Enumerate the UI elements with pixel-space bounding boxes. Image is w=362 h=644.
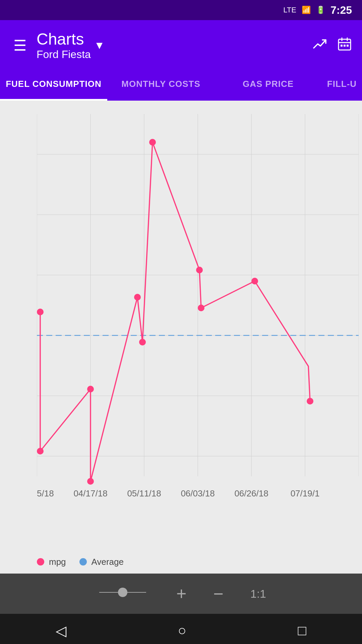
tab-gas-price-label: GAS PRICE <box>243 79 294 89</box>
svg-text:06/03/18: 06/03/18 <box>181 488 215 498</box>
calendar-button[interactable] <box>337 37 352 54</box>
chart-container: 33.00 30.00 27.00 24.00 21.00 18.00 03/2… <box>0 101 362 550</box>
minus-icon: − <box>213 584 223 603</box>
legend-mpg-label: mpg <box>49 557 66 567</box>
tab-fuel-consumption[interactable]: FUEL CONSUMPTION <box>0 70 107 101</box>
tab-monthly-costs[interactable]: MONTHLY COSTS <box>107 70 215 101</box>
chevron-down-icon: ▼ <box>94 39 105 51</box>
back-icon: ◁ <box>56 623 66 639</box>
app-title: Charts <box>37 30 91 48</box>
title-text-block: Charts Ford Fiesta <box>37 30 91 61</box>
legend-dot-average <box>79 558 87 566</box>
svg-text:04/17/18: 04/17/18 <box>73 488 107 498</box>
svg-rect-6 <box>347 45 349 47</box>
hamburger-icon: ☰ <box>13 37 26 54</box>
legend-average: Average <box>79 557 124 567</box>
svg-point-36 <box>251 278 258 284</box>
svg-rect-5 <box>344 45 346 47</box>
calendar-icon <box>337 39 352 54</box>
svg-text:05/11/18: 05/11/18 <box>127 488 161 498</box>
bottom-toolbar: + − 1:1 <box>0 574 362 614</box>
svg-point-30 <box>87 478 94 485</box>
signal-icon: 📶 <box>302 6 311 14</box>
svg-text:06/26/18: 06/26/18 <box>234 488 268 498</box>
dropdown-button[interactable]: ▼ <box>94 39 105 52</box>
svg-point-32 <box>139 339 146 345</box>
tab-fuel-consumption-label: FUEL CONSUMPTION <box>6 79 102 89</box>
svg-text:07/19/1: 07/19/1 <box>291 488 320 498</box>
legend-area: mpg Average <box>0 550 362 574</box>
home-button[interactable]: ○ <box>178 623 186 639</box>
trending-up-button[interactable] <box>312 37 327 54</box>
svg-text:03/25/18: 03/25/18 <box>37 488 54 498</box>
status-time: 7:25 <box>330 4 352 16</box>
back-button[interactable]: ◁ <box>56 623 66 639</box>
plus-icon: + <box>176 584 186 603</box>
svg-point-45 <box>118 588 127 597</box>
slider-control[interactable] <box>96 586 149 602</box>
nav-bar: ◁ ○ □ <box>0 614 362 644</box>
chart-svg: 33.00 30.00 27.00 24.00 21.00 18.00 03/2… <box>37 114 359 523</box>
svg-point-31 <box>134 294 141 301</box>
svg-point-28 <box>37 448 44 454</box>
zoom-in-button[interactable]: + <box>176 584 186 604</box>
tab-gas-price[interactable]: GAS PRICE <box>215 70 322 101</box>
lte-icon: LTE <box>283 6 296 14</box>
slider-icon <box>96 587 149 602</box>
legend-dot-mpg <box>37 558 44 566</box>
app-subtitle: Ford Fiesta <box>37 48 91 61</box>
app-bar: ☰ Charts Ford Fiesta ▼ <box>0 20 362 70</box>
svg-point-35 <box>198 305 204 311</box>
status-bar: LTE 📶 🔋 7:25 <box>0 0 362 20</box>
battery-icon: 🔋 <box>316 6 325 14</box>
svg-point-29 <box>87 386 94 392</box>
zoom-ratio: 1:1 <box>250 587 266 600</box>
title-area: Charts Ford Fiesta ▼ <box>37 30 306 61</box>
svg-rect-4 <box>341 45 343 47</box>
recents-button[interactable]: □ <box>298 623 306 639</box>
tab-fill-u[interactable]: FILL-U <box>322 70 362 101</box>
legend-average-label: Average <box>92 557 124 567</box>
tab-fill-u-label: FILL-U <box>327 79 357 89</box>
home-icon: ○ <box>178 623 186 638</box>
zoom-out-button[interactable]: − <box>213 584 223 604</box>
appbar-right-icons <box>312 37 352 54</box>
recents-icon: □ <box>298 623 306 638</box>
svg-point-33 <box>149 139 156 146</box>
svg-point-34 <box>196 267 203 273</box>
trending-up-icon <box>312 39 327 54</box>
legend-mpg: mpg <box>37 557 66 567</box>
menu-button[interactable]: ☰ <box>10 34 30 57</box>
svg-point-27 <box>37 309 44 315</box>
tab-monthly-costs-label: MONTHLY COSTS <box>121 79 200 89</box>
svg-point-37 <box>307 398 313 405</box>
tabs-bar: FUEL CONSUMPTION MONTHLY COSTS GAS PRICE… <box>0 70 362 101</box>
